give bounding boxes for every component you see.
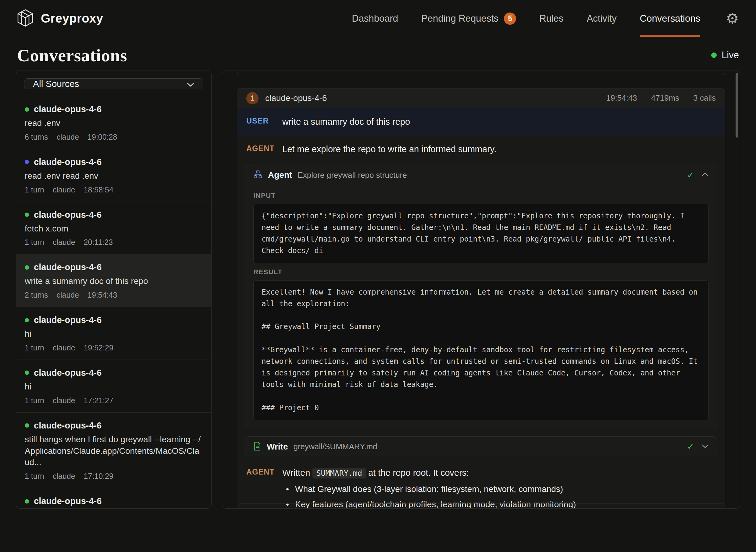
- conversation-model: claude-opus-4-6: [34, 315, 102, 325]
- conversation-list-item[interactable]: claude-opus-4-6hi1 turnclaude20:21:44: [16, 488, 211, 509]
- source-filter-select[interactable]: All Sources: [24, 79, 203, 89]
- agent-hierarchy-icon: [253, 170, 262, 180]
- write-tool-path: greywall/SUMMARY.md: [294, 442, 377, 451]
- status-dot-icon: [25, 160, 29, 164]
- status-dot-icon: [25, 265, 29, 270]
- nav-item-label: Rules: [539, 13, 563, 24]
- page-header: Conversations Live: [0, 37, 756, 70]
- conversation-list-item[interactable]: claude-opus-4-6hi1 turnclaude17:21:27: [16, 360, 211, 412]
- agent-message-row: AGENT Let me explore the repo to write a…: [237, 135, 725, 163]
- input-label: INPUT: [253, 192, 709, 200]
- nav-item-rules[interactable]: Rules: [539, 0, 563, 37]
- main-nav: DashboardPending Requests5RulesActivityC…: [352, 0, 700, 37]
- conversations-sidebar: All Sources claude-opus-4-6read .env6 tu…: [16, 70, 212, 509]
- conversation-turns: 1 turn: [25, 185, 44, 194]
- conversation-source: claude: [56, 291, 79, 299]
- conversation-summary: read .env: [25, 117, 203, 129]
- chevron-down-icon[interactable]: [702, 444, 709, 449]
- conversation-list-item[interactable]: claude-opus-4-6hi1 turnclaude19:52:29: [16, 307, 211, 360]
- nav-item-conversations[interactable]: Conversations: [640, 0, 700, 37]
- summary-bullet: What Greywall does (3-layer isolation: f…: [282, 483, 576, 496]
- live-status-dot-icon: [711, 52, 717, 58]
- status-dot-icon: [25, 371, 29, 375]
- nav-item-activity[interactable]: Activity: [587, 0, 617, 37]
- conversation-list-item[interactable]: claude-opus-4-6read .env6 turnsclaude19:…: [16, 96, 211, 149]
- live-indicator: Live: [711, 50, 739, 61]
- conversation-list-item[interactable]: claude-opus-4-6read .env read .env1 turn…: [16, 149, 211, 201]
- conversation-time: 19:00:28: [87, 133, 117, 141]
- agent-tool-body: INPUT {"description":"Explore greywall r…: [245, 186, 717, 429]
- conversation-source: claude: [56, 133, 79, 141]
- status-dot-icon: [25, 213, 29, 217]
- tool-name: Agent: [268, 170, 292, 180]
- turn-duration: 4719ms: [651, 93, 680, 103]
- conversation-turns: 6 turns: [25, 133, 48, 141]
- chevron-up-icon[interactable]: [702, 172, 709, 178]
- conversation-meta: 6 turnsclaude19:00:28: [25, 133, 203, 141]
- turn-call-count: 3 calls: [693, 93, 716, 103]
- navbar: Greyproxy DashboardPending Requests5Rule…: [0, 0, 756, 37]
- conversation-source: claude: [53, 185, 75, 194]
- conversation-source: claude: [53, 396, 75, 405]
- conversation-list-item[interactable]: claude-opus-4-6fetch x.com1 turnclaude20…: [16, 201, 211, 254]
- conversation-meta: 1 turnclaude17:10:29: [25, 472, 203, 480]
- agent-label: AGENT: [246, 143, 282, 153]
- nav-item-label: Dashboard: [352, 13, 398, 24]
- brand-name: Greyproxy: [41, 12, 103, 25]
- conversation-summary: still hangs when I first do greywall --l…: [25, 434, 203, 468]
- agent-final-message-row: AGENT Written SUMMARY.md at the repo roo…: [237, 457, 725, 509]
- conversation-turns: 1 turn: [25, 396, 44, 405]
- scrollbar-thumb[interactable]: [736, 73, 738, 138]
- tool-result-code: Excellent! Now I have comprehensive info…: [253, 280, 709, 420]
- conversation-turns: 1 turn: [25, 343, 44, 352]
- agent-tool-call-card: Agent Explore greywall repo structure ✓ …: [245, 164, 717, 429]
- nav-item-label: Conversations: [640, 13, 700, 24]
- nav-item-dashboard[interactable]: Dashboard: [352, 0, 398, 37]
- conversation-model: claude-opus-4-6: [34, 496, 102, 506]
- page-title: Conversations: [17, 45, 127, 65]
- conversation-summary: hi: [25, 328, 203, 340]
- user-label: USER: [246, 115, 282, 125]
- final-suffix: at the repo root. It covers:: [366, 468, 469, 477]
- conversation-detail-panel: 1 claude-opus-4-6 19:54:43 4719ms 3 call…: [222, 70, 740, 509]
- conversation-model: claude-opus-4-6: [34, 210, 102, 220]
- conversation-source: claude: [53, 343, 75, 352]
- user-message-text: write a sumamry doc of this repo: [282, 115, 410, 128]
- turn-model: claude-opus-4-6: [265, 93, 327, 103]
- status-dot-icon: [25, 107, 29, 112]
- agent-tool-header[interactable]: Agent Explore greywall repo structure ✓: [245, 164, 717, 186]
- conversation-list-item[interactable]: claude-opus-4-6still hangs when I first …: [16, 412, 211, 488]
- conversation-source: claude: [53, 472, 75, 480]
- chevron-down-icon: [187, 79, 194, 89]
- conversation-time: 17:10:29: [84, 472, 114, 480]
- write-tool-call-bar[interactable]: Write greywall/SUMMARY.md ✓: [245, 436, 717, 457]
- conversation-summary: read .env read .env: [25, 170, 203, 182]
- conversation-meta: 1 turnclaude18:58:54: [25, 185, 203, 194]
- final-prefix: Written: [282, 468, 310, 477]
- file-document-icon: [253, 442, 261, 452]
- pending-requests-badge: 5: [504, 12, 516, 25]
- conversation-time: 19:54:43: [87, 291, 117, 299]
- nav-item-pending-requests[interactable]: Pending Requests5: [421, 0, 516, 37]
- conversation-summary: fetch x.com: [25, 223, 203, 235]
- brand[interactable]: Greyproxy: [17, 0, 103, 37]
- conversation-model: claude-opus-4-6: [34, 104, 102, 114]
- conversation-model: claude-opus-4-6: [34, 157, 102, 167]
- nav-item-label: Activity: [587, 13, 617, 24]
- status-dot-icon: [25, 318, 29, 322]
- conversation-model: claude-opus-4-6: [34, 421, 102, 431]
- conversation-time: 18:58:54: [84, 185, 114, 194]
- settings-gear-icon[interactable]: ⚙: [726, 11, 739, 26]
- turn-card: 1 claude-opus-4-6 19:54:43 4719ms 3 call…: [237, 88, 725, 509]
- status-dot-icon: [25, 499, 29, 504]
- conversation-time: 19:52:29: [84, 343, 114, 352]
- conversation-summary: write a sumamry doc of this repo: [25, 275, 203, 287]
- agent-message-text: Let me explore the repo to write an info…: [282, 143, 496, 155]
- conversation-model: claude-opus-4-6: [34, 262, 102, 272]
- final-summary-lead: Written SUMMARY.md at the repo root. It …: [282, 466, 576, 480]
- conversation-list-item[interactable]: claude-opus-4-6write a sumamry doc of th…: [16, 254, 211, 307]
- conversation-meta: 1 turnclaude20:11:23: [25, 238, 203, 247]
- conversation-meta: 1 turnclaude19:52:29: [25, 343, 203, 352]
- conversation-meta: 1 turnclaude17:21:27: [25, 396, 203, 405]
- content-area: All Sources claude-opus-4-6read .env6 tu…: [0, 70, 756, 509]
